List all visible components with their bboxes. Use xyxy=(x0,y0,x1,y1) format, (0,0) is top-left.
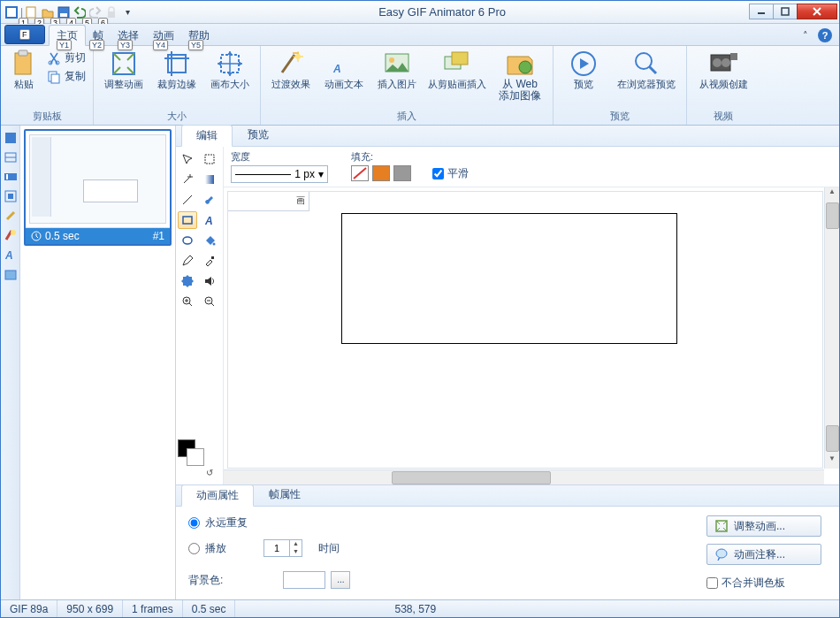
insert-from-web-button[interactable]: 从 Web添加图像 xyxy=(493,48,547,102)
rail-icon[interactable] xyxy=(4,131,18,145)
drawn-rectangle[interactable] xyxy=(341,213,677,344)
svg-rect-1 xyxy=(7,8,16,17)
bucket-tool[interactable] xyxy=(200,232,219,249)
maximize-button[interactable] xyxy=(773,4,798,19)
swap-colors-icon[interactable]: ↺ xyxy=(206,468,221,477)
qat-dropdown-icon[interactable]: ▾ xyxy=(120,5,134,19)
resize-animation-button[interactable]: 调整动画 xyxy=(99,48,149,90)
eyedropper-tool[interactable] xyxy=(200,252,219,270)
file-menu-button[interactable]: 文 F xyxy=(4,25,45,44)
tab-frame-props[interactable]: 帧属性 xyxy=(254,484,316,506)
transition-button[interactable]: 过渡效果 xyxy=(266,48,316,90)
marquee-tool[interactable] xyxy=(200,150,219,168)
tab-select[interactable]: 选择 Y3 xyxy=(111,26,146,45)
key-tip: Y2 xyxy=(89,40,104,50)
cut-button[interactable]: 剪切 xyxy=(45,50,88,66)
group-label: 大小 xyxy=(99,108,255,125)
color-swatches[interactable]: ↺ xyxy=(178,439,221,481)
animation-comment-button[interactable]: 动画注释... xyxy=(706,544,821,565)
text-tool[interactable]: A xyxy=(200,211,219,229)
svg-rect-5 xyxy=(108,11,115,18)
key-tip: Y5 xyxy=(188,40,203,50)
pointer-tool[interactable] xyxy=(178,150,197,168)
brush-tool[interactable] xyxy=(200,191,219,209)
insert-clipart-button[interactable]: 从剪贴画插入 xyxy=(425,48,489,90)
scroll-thumb[interactable] xyxy=(826,202,839,229)
rail-icon[interactable] xyxy=(4,189,18,203)
tab-preview[interactable]: 预览 xyxy=(233,124,284,146)
rail-icon[interactable] xyxy=(4,267,18,281)
preview-button[interactable]: 预览 xyxy=(559,48,608,90)
crop-button[interactable]: 裁剪边缘 xyxy=(152,48,202,90)
svg-rect-42 xyxy=(205,175,214,184)
no-merge-palette-checkbox[interactable]: 不合并调色板 xyxy=(706,576,821,591)
fill-gray[interactable] xyxy=(393,165,411,181)
rail-icon[interactable] xyxy=(4,209,18,223)
from-video-button[interactable]: 从视频创建 xyxy=(692,48,754,90)
ribbon-collapse-icon[interactable]: ˄ xyxy=(798,28,813,42)
line-tool[interactable] xyxy=(178,191,197,209)
vertical-scrollbar[interactable]: ▲ ▼ xyxy=(824,187,839,469)
horizontal-scrollbar[interactable] xyxy=(224,469,824,484)
scroll-thumb[interactable] xyxy=(392,471,551,484)
chevron-down-icon: ▾ xyxy=(318,168,324,180)
spin-up[interactable]: ▲ xyxy=(290,540,302,548)
fill-label: 填充: xyxy=(351,150,469,164)
resize-animation-button[interactable]: 调整动画... xyxy=(706,515,821,537)
tab-edit[interactable]: 编辑 xyxy=(181,125,233,147)
fill-none[interactable] xyxy=(351,165,369,181)
canvas-area[interactable]: 动画 画 ▲ ▼ xyxy=(224,187,839,484)
tab-home[interactable]: 主页 Y1 xyxy=(49,25,86,46)
zoom-in-tool[interactable] xyxy=(178,293,197,310)
canvas-size-button[interactable]: 画布大小 xyxy=(205,48,255,90)
zoom-out-tool[interactable] xyxy=(200,293,219,310)
browser-preview-button[interactable]: 在浏览器预览 xyxy=(612,48,681,90)
scroll-thumb[interactable] xyxy=(826,425,839,452)
tab-frame[interactable]: 帧 Y2 xyxy=(86,26,111,45)
help-icon[interactable]: ? xyxy=(818,28,832,42)
background-color[interactable] xyxy=(187,448,204,466)
ellipse-tool[interactable] xyxy=(178,232,197,249)
bgcolor-picker-button[interactable]: ... xyxy=(331,571,350,589)
rail-icon[interactable]: A xyxy=(4,248,18,262)
play-count-input[interactable] xyxy=(264,540,289,556)
label: 永远重复 xyxy=(205,515,248,530)
bgcolor-well[interactable] xyxy=(283,571,325,589)
sound-tool[interactable] xyxy=(200,272,219,290)
svg-point-27 xyxy=(713,58,722,67)
gradient-tool[interactable] xyxy=(200,171,219,188)
bgcolor-label: 背景色: xyxy=(188,573,223,588)
tab-anim-props[interactable]: 动画属性 xyxy=(181,484,254,507)
pencil-tool[interactable] xyxy=(178,252,197,270)
stroke-width-select[interactable]: 1 px ▾ xyxy=(231,165,328,183)
ribbon-group-video: 从视频创建 视频 xyxy=(687,46,760,125)
wand-tool[interactable] xyxy=(178,171,197,188)
label: 动画文本 xyxy=(325,79,363,90)
rail-icon[interactable] xyxy=(4,150,18,164)
fill-orange[interactable] xyxy=(372,165,390,181)
play-count-spinner[interactable]: ▲▼ xyxy=(263,539,302,557)
rail-icon[interactable] xyxy=(4,170,18,184)
status-bar: GIF 89a 840 x 618 1 frames 0.5 sec 538, … xyxy=(1,599,839,617)
move-tool[interactable] xyxy=(178,272,197,290)
tab-animation[interactable]: 动画 Y4 xyxy=(146,26,181,45)
close-button[interactable] xyxy=(797,4,837,19)
spin-down[interactable]: ▼ xyxy=(290,548,302,556)
animated-text-button[interactable]: A动画文本 xyxy=(319,48,369,90)
minimize-button[interactable] xyxy=(749,4,774,19)
width-value: 1 px xyxy=(294,168,315,180)
play-radio[interactable]: 播放 xyxy=(188,541,226,556)
rectangle-tool[interactable] xyxy=(178,211,197,229)
copy-button[interactable]: 复制 xyxy=(45,68,88,85)
window-title: Easy GIF Animator 6 Pro xyxy=(134,5,750,19)
insert-image-button[interactable]: 插入图片 xyxy=(372,48,422,90)
svg-point-20 xyxy=(389,57,394,63)
repeat-forever-radio[interactable]: 永远重复 xyxy=(188,515,350,530)
paste-button[interactable]: 粘贴 xyxy=(6,48,42,90)
frame-thumbnail[interactable]: 0.5 sec #1 xyxy=(24,129,172,246)
rail-icon[interactable] xyxy=(4,228,18,242)
tab-help[interactable]: 帮助 Y5 xyxy=(181,26,217,45)
smooth-checkbox[interactable]: 平滑 xyxy=(432,166,469,181)
label: 动画注释... xyxy=(734,547,785,562)
label: 调整动画... xyxy=(734,519,785,534)
